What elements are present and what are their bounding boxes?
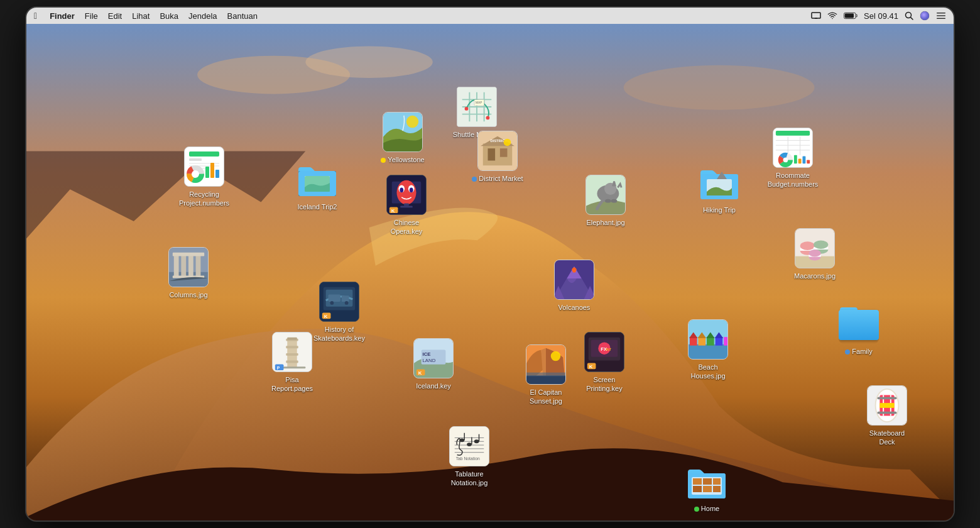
- icon-label-chinese-opera: Chinese Opera.key: [378, 217, 435, 237]
- siri-icon[interactable]: [920, 11, 930, 21]
- laptop-frame:  Finder File Edit Lihat Buka Jendela Ba…: [25, 6, 955, 522]
- svg-point-12: [305, 46, 433, 78]
- jendela-menu[interactable]: Jendela: [188, 11, 217, 21]
- svg-rect-135: [807, 160, 810, 163]
- svg-point-99: [611, 199, 618, 203]
- file-menu[interactable]: File: [85, 11, 98, 21]
- wifi-icon[interactable]: [827, 12, 837, 19]
- svg-point-32: [406, 116, 418, 128]
- svg-point-41: [486, 116, 490, 120]
- svg-rect-174: [693, 486, 702, 492]
- edit-menu[interactable]: Edit: [108, 11, 122, 21]
- clock: Sel 09.41: [864, 11, 898, 21]
- svg-point-6: [920, 11, 929, 20]
- svg-rect-45: [483, 143, 513, 165]
- svg-point-49: [504, 139, 511, 146]
- svg-rect-73: [342, 295, 349, 302]
- svg-line-4: [911, 18, 913, 20]
- svg-point-166: [474, 439, 479, 443]
- desktop-icon-screen-printing[interactable]: FX INT K ScreenPrinting.key: [579, 332, 629, 394]
- svg-rect-67: [173, 253, 204, 256]
- svg-rect-133: [798, 158, 802, 163]
- desktop-icon-iceland-trip2[interactable]: Iceland Trip2: [289, 159, 346, 212]
- desktop-icon-iceland-key[interactable]: ICE LAND K Iceland.key: [408, 338, 459, 391]
- svg-point-40: [465, 107, 469, 111]
- icon-label-elephant: Elephant.jpg: [584, 217, 626, 228]
- svg-rect-118: [724, 337, 727, 346]
- desktop-icon-home[interactable]: Home: [682, 461, 732, 514]
- screen-mirror-icon[interactable]: [811, 12, 821, 19]
- svg-rect-84: [287, 338, 297, 340]
- desktop-icon-volcanoes[interactable]: Volcanoes: [549, 260, 599, 312]
- icon-label-family: Family: [843, 346, 874, 356]
- icon-label-screen-printing: ScreenPrinting.key: [584, 375, 624, 394]
- svg-point-13: [624, 65, 815, 110]
- svg-rect-154: [878, 397, 897, 399]
- desktop-icon-pisa-report[interactable]: P Pisa Report.pages: [264, 332, 320, 394]
- svg-rect-101: [526, 375, 565, 384]
- svg-rect-63: [174, 255, 179, 277]
- svg-rect-20: [205, 167, 209, 178]
- svg-point-74: [330, 301, 334, 305]
- desktop-icon-beach-houses[interactable]: Beach Houses.jpg: [680, 319, 736, 382]
- finder-menu[interactable]: Finder: [50, 11, 75, 21]
- svg-point-75: [345, 301, 349, 305]
- svg-point-98: [605, 199, 611, 203]
- svg-rect-81: [286, 346, 298, 348]
- icon-label-iceland-trip2: Iceland Trip2: [296, 202, 339, 212]
- svg-rect-155: [878, 412, 897, 414]
- search-icon[interactable]: [905, 11, 913, 20]
- control-center-icon[interactable]: [936, 12, 946, 19]
- battery-icon: [844, 12, 858, 19]
- svg-rect-17: [189, 163, 219, 164]
- svg-rect-171: [693, 478, 702, 485]
- svg-text:Tab Notation: Tab Notation: [456, 456, 480, 461]
- desktop: RecyclingProject.numbers Iceland Trip2: [26, 24, 954, 520]
- apple-menu[interactable]: : [34, 11, 37, 21]
- lihat-menu[interactable]: Lihat: [132, 11, 150, 21]
- svg-rect-2: [845, 14, 854, 18]
- desktop-icon-district-market[interactable]: DISTRICT District Market: [466, 131, 529, 184]
- desktop-icon-hiking-trip[interactable]: Hiking Trip: [694, 162, 744, 215]
- svg-rect-116: [707, 337, 714, 346]
- svg-point-56: [410, 187, 413, 192]
- svg-rect-21: [210, 163, 214, 178]
- svg-rect-176: [713, 486, 721, 492]
- svg-point-143: [814, 240, 828, 249]
- svg-rect-83: [286, 361, 298, 363]
- svg-point-52: [397, 180, 416, 205]
- svg-text:MAP: MAP: [476, 101, 482, 104]
- svg-rect-122: [776, 131, 810, 136]
- svg-rect-22: [215, 170, 219, 178]
- icon-label-hiking-trip: Hiking Trip: [701, 205, 738, 215]
- desktop-icon-elephant[interactable]: Elephant.jpg: [580, 175, 631, 228]
- svg-rect-47: [500, 148, 508, 157]
- desktop-icon-recycling-project[interactable]: RecyclingProject.numbers: [176, 146, 232, 209]
- svg-point-103: [551, 351, 561, 361]
- icon-label-el-capitan: El CapitanSunset.jpg: [528, 387, 564, 407]
- icon-label-home: Home: [692, 503, 721, 514]
- svg-point-146: [808, 250, 820, 257]
- svg-rect-58: [400, 206, 412, 207]
- svg-text:K: K: [589, 364, 593, 370]
- desktop-icon-macarons[interactable]: Macarons.jpg: [787, 228, 843, 281]
- desktop-icon-columns[interactable]: Columns.jpg: [160, 247, 217, 300]
- bantuan-menu[interactable]: Bantuan: [227, 11, 258, 21]
- desktop-icon-skateboard-deck[interactable]: Skateboard Deck: [856, 385, 918, 448]
- svg-rect-57: [404, 204, 409, 206]
- icon-label-recycling: RecyclingProject.numbers: [177, 189, 231, 209]
- svg-rect-172: [703, 478, 712, 485]
- svg-rect-113: [689, 344, 727, 359]
- desktop-icon-roommate-budget[interactable]: RoommateBudget.numbers: [761, 128, 824, 190]
- buka-menu[interactable]: Buka: [160, 11, 178, 21]
- desktop-icon-tablature[interactable]: Tab Notation TablatureNotation.jpg: [441, 426, 498, 488]
- svg-text:K: K: [391, 208, 395, 214]
- desktop-icon-el-capitan[interactable]: El CapitanSunset.jpg: [518, 344, 574, 407]
- desktop-icon-yellowstone[interactable]: Yellowstone: [374, 112, 431, 165]
- desktop-icon-family[interactable]: Family: [834, 304, 884, 356]
- svg-rect-114: [690, 337, 697, 346]
- svg-point-140: [800, 241, 815, 250]
- icon-label-tablature: TablatureNotation.jpg: [449, 469, 490, 488]
- icon-label-macarons: Macarons.jpg: [792, 271, 837, 281]
- desktop-icon-chinese-opera[interactable]: K Chinese Opera.key: [378, 175, 435, 237]
